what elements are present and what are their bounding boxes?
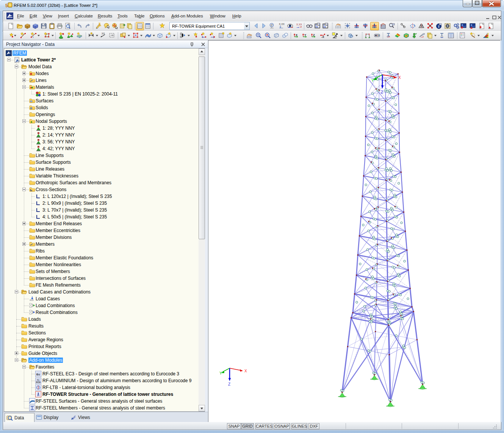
svg-text:Z: Z [381,90,383,94]
svg-text:Y: Y [219,371,222,375]
svg-text:X: X [296,33,297,37]
svg-text:Ec: Ec [36,373,40,376]
svg-text:Y: Y [371,78,374,83]
svg-text:-X: -X [321,35,324,39]
svg-text:XX: XX [102,32,105,35]
svg-text:Z: Z [228,382,230,386]
svg-text:X.XX: X.XX [296,23,302,26]
svg-text:X: X [244,369,247,373]
svg-text:X.XX: X.XX [279,23,285,25]
svg-text:P: P [271,24,273,27]
svg-text:X: X [398,75,401,80]
svg-text:EC9: EC9 [36,381,41,383]
svg-text:I: I [33,36,34,39]
svg-text:Y: Y [304,33,306,37]
svg-text:5: 5 [5,3,8,8]
svg-text:Z: Z [313,33,315,37]
